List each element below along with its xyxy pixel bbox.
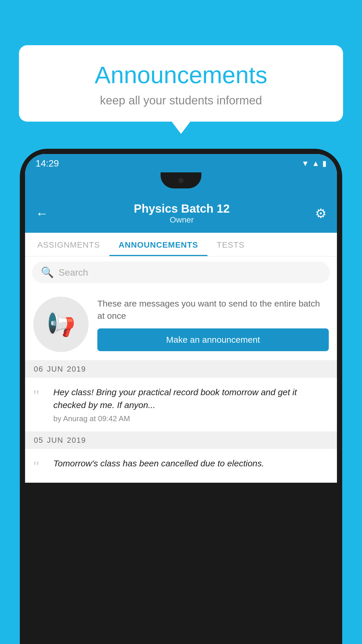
status-icons: ▼ ▲ ▮ [302, 159, 326, 168]
announcement-item-1[interactable]: " Hey class! Bring your practical record… [25, 378, 337, 432]
empty-state-right: These are messages you want to send to t… [97, 298, 329, 351]
date-month-2: JUN [47, 436, 64, 445]
app-bar-title: Physics Batch 12 [134, 202, 230, 215]
signal-icon: ▲ [312, 159, 319, 168]
tab-tests[interactable]: TESTS [208, 233, 254, 256]
gear-icon[interactable]: ⚙ [315, 206, 326, 221]
tabs-row: ASSIGNMENTS ANNOUNCEMENTS TESTS [25, 233, 337, 256]
date-year-2: 2019 [67, 436, 86, 445]
announcement-content-1: Hey class! Bring your practical record b… [53, 386, 329, 423]
notch [161, 172, 201, 188]
tab-assignments[interactable]: ASSIGNMENTS [28, 233, 109, 256]
megaphone-icon: 📢 [46, 311, 75, 338]
search-bar[interactable]: 🔍 Search [32, 262, 330, 283]
announcement-text-1: Hey class! Bring your practical record b… [53, 386, 329, 411]
camera-dot [178, 178, 184, 183]
status-bar: 14:29 ▼ ▲ ▮ [25, 154, 337, 172]
status-time: 14:29 [36, 158, 59, 169]
battery-icon: ▮ [322, 159, 326, 168]
date-separator-1: 06 JUN 2019 [25, 360, 337, 378]
search-icon: 🔍 [41, 266, 54, 279]
notch-bar [25, 172, 337, 196]
date-day-1: 06 [34, 365, 43, 374]
quote-icon-2: " [33, 459, 46, 475]
tab-announcements[interactable]: ANNOUNCEMENTS [109, 233, 208, 256]
phone-wrapper: 14:29 ▼ ▲ ▮ ← Physics Batch 12 Owner [20, 149, 342, 644]
announcement-meta-1: by Anurag at 09:42 AM [53, 414, 329, 423]
wifi-icon: ▼ [302, 159, 309, 168]
announcement-content-2: Tomorrow's class has been cancelled due … [53, 457, 329, 473]
app-bar: ← Physics Batch 12 Owner ⚙ [25, 196, 337, 233]
megaphone-circle: 📢 [33, 297, 89, 352]
speech-bubble-title: Announcements [36, 61, 326, 89]
phone-screen: 14:29 ▼ ▲ ▮ ← Physics Batch 12 Owner [25, 154, 337, 483]
speech-bubble-subtitle: keep all your students informed [36, 94, 326, 107]
date-year-1: 2019 [67, 365, 86, 374]
date-day-2: 05 [34, 436, 43, 445]
empty-state-description: These are messages you want to send to t… [97, 298, 329, 322]
speech-bubble-container: Announcements keep all your students inf… [19, 45, 343, 134]
date-separator-2: 05 JUN 2019 [25, 432, 337, 449]
speech-bubble-arrow [172, 122, 190, 134]
app-bar-subtitle: Owner [134, 215, 230, 225]
date-month-1: JUN [47, 365, 64, 374]
speech-bubble: Announcements keep all your students inf… [19, 45, 343, 122]
back-button[interactable]: ← [36, 206, 48, 221]
make-announcement-button[interactable]: Make an announcement [97, 328, 329, 351]
search-placeholder: Search [59, 267, 88, 278]
announcement-item-2[interactable]: " Tomorrow's class has been cancelled du… [25, 449, 337, 483]
empty-state: 📢 These are messages you want to send to… [25, 288, 337, 360]
announcement-text-2: Tomorrow's class has been cancelled due … [53, 457, 329, 470]
phone-outer: 14:29 ▼ ▲ ▮ ← Physics Batch 12 Owner [20, 149, 342, 644]
search-container: 🔍 Search [25, 256, 337, 288]
app-bar-center: Physics Batch 12 Owner [134, 202, 230, 225]
quote-icon-1: " [33, 388, 46, 403]
